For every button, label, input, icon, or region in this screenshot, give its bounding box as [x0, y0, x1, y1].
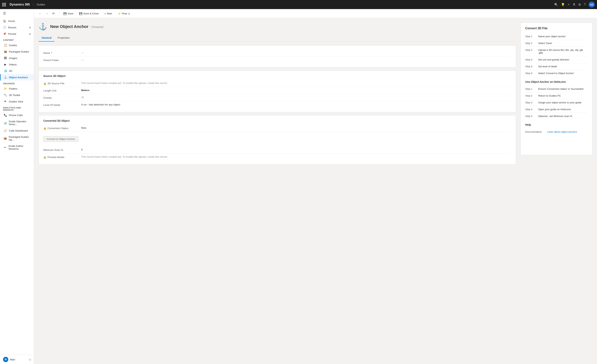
use-step-2: Step 2 Return to Guides PC [525, 92, 588, 99]
sidebar-item-guides-view[interactable]: 👁 Guides View [0, 98, 34, 105]
save-button[interactable]: 💾 Save [61, 11, 76, 16]
documentation-label: Documentation [525, 130, 544, 133]
guides-view-icon: 👁 [4, 100, 7, 103]
user-avatar[interactable]: GD [589, 1, 595, 8]
convert-step-4-label: Step 4 [525, 58, 535, 61]
converted-3d-card: Converted 3D Object 🔒 Conversion Status … [39, 115, 516, 164]
sidebar-item-3d-toolkit[interactable]: 🔧 3D Toolkit [0, 92, 34, 98]
sidebar-item-videos[interactable]: ▶ Videos [0, 61, 34, 68]
convert-step-2-label: Step 2 [525, 42, 535, 45]
convert-to-object-anchor-button[interactable]: Convert to Object Anchor [43, 136, 78, 142]
packaged-guides-op-icon: 📦 [4, 137, 7, 140]
level-of-detail-row: Level Of Detail 4 cm - fast detection fo… [43, 101, 511, 108]
min-scan-value[interactable]: 0 [81, 148, 511, 151]
use-step-3-label: Step 3 [525, 101, 535, 104]
side-panel: Convert 3D File Step 1 Name your object … [520, 23, 592, 155]
convert-step-6: Step 6 Select 'Convert to Object Anchor' [525, 70, 588, 76]
gravity-label: Gravity: [43, 96, 81, 99]
help-section: Help Documentation Learn about object an… [525, 123, 588, 135]
sidebar-item-folders[interactable]: 📁 Folders [0, 85, 34, 92]
chevron-down-icon: ∨ [29, 26, 31, 29]
back-button[interactable]: ← [37, 11, 43, 16]
use-step-4: Step 4 Open your guide on HoloLens [525, 106, 588, 113]
conversion-status-label: 🔒 Conversion Status [43, 126, 81, 130]
flow-button[interactable]: ⚡ Flow ∨ [115, 11, 133, 16]
convert-step-6-label: Step 6 [525, 72, 535, 75]
convert-step-5-label: Step 5 [525, 65, 535, 68]
3d-icon: 🧊 [4, 69, 7, 72]
gravity-row: Gravity: -Y [43, 94, 511, 101]
sidebar-item-guide-author-sessions[interactable]: ✏ Guide Author Sessions [0, 143, 34, 152]
lock-icon: 🔒 [43, 82, 46, 85]
convert-step-3: Step 3 Upload a 3D source file (.fbx .pl… [525, 47, 588, 56]
sidebar-item-phone-calls[interactable]: 📞 Phone Calls [0, 112, 34, 118]
use-steps-list: Step 1 Ensure 'Conversion status' is 'Su… [525, 86, 588, 120]
page-content: ⚓ New Object Anchor - Unsaved General Pr… [34, 18, 597, 364]
name-row: Name * --- [43, 49, 511, 56]
app-grid-icon[interactable] [2, 3, 6, 7]
use-step-4-desc: Open your guide on HoloLens [538, 108, 588, 111]
sidebar-item-recent[interactable]: 🕐 Recent ∨ [0, 24, 34, 31]
learn-about-object-anchors-link[interactable]: Learn about object anchors [547, 130, 577, 133]
toolbar: ← → ⟳ 💾 Save 💾 Save & Close + New ⚡ Flow… [34, 9, 597, 18]
sidebar-item-packaged-guides-op[interactable]: 📦 Packaged Guides Op... [0, 134, 34, 143]
basic-info-card: Name * --- Parent Folder --- [39, 45, 516, 68]
chevron-down-icon: ∨ [29, 32, 31, 35]
use-step-2-label: Step 2 [525, 94, 535, 97]
use-step-3-desc: Assign your object anchor to your guide [538, 101, 588, 104]
help-icon[interactable]: ? [584, 3, 586, 6]
convert-step-1: Step 1 Name your object anchor [525, 33, 588, 40]
sidebar-item-pinned[interactable]: 📌 Pinned ∨ [0, 31, 34, 37]
add-icon[interactable]: + [568, 3, 570, 6]
convert-step-1-desc: Name your object anchor [538, 35, 588, 38]
refresh-button[interactable]: ⟳ [51, 11, 56, 16]
author-sessions-icon: ✏ [4, 146, 7, 149]
new-icon: + [104, 12, 106, 15]
conversion-status-value: New [81, 126, 511, 129]
workspace-chevron-icon[interactable]: ◁ [29, 358, 31, 361]
tab-properties[interactable]: Properties [55, 34, 73, 42]
length-unit-value[interactable]: Meters [81, 89, 511, 92]
convert-btn-container: Convert to Object Anchor [43, 132, 511, 146]
forward-button[interactable]: → [44, 11, 50, 16]
search-icon[interactable]: 🔍 [554, 3, 558, 7]
preview-lock-icon: 🔒 [43, 156, 46, 159]
packaged-guides-icon: 📦 [4, 50, 7, 53]
filter-icon[interactable]: ⚗ [573, 3, 575, 7]
app-name: Dynamics 365 [10, 3, 30, 6]
parent-folder-row: Parent Folder --- [43, 56, 511, 63]
recent-icon: 🕐 [3, 26, 6, 29]
sidebar-item-home[interactable]: 🏠 Home [0, 18, 34, 24]
guides-icon: 📋 [4, 44, 7, 47]
page-anchor-icon: ⚓ [39, 23, 47, 31]
lightbulb-icon[interactable]: 💡 [561, 3, 565, 7]
use-on-hololens-title: Use Object Anchor on HoloLens [525, 80, 588, 83]
pin-icon: 📌 [3, 32, 6, 35]
converted-3d-title: Converted 3D Object [43, 119, 511, 122]
name-value[interactable]: --- [81, 51, 511, 54]
sidebar-toggle[interactable]: ☰ [0, 9, 34, 18]
convert-step-4-desc: Set unit and gravity direction [538, 58, 588, 61]
sidebar-item-images[interactable]: 🖼 Images [0, 55, 34, 61]
flow-chevron-icon: ∨ [128, 12, 130, 15]
sidebar-item-guide-operator-sessions[interactable]: 📊 Guide Operator Sessi... [0, 118, 34, 127]
preview-model-value: This record hasn't been created yet. To … [81, 155, 511, 158]
sidebar-item-3d[interactable]: 🧊 3D [0, 68, 34, 74]
settings-icon[interactable]: ⚙ [578, 3, 581, 7]
sidebar-item-packaged-guides[interactable]: 📦 Packaged Guides [0, 48, 34, 55]
conversion-status-row: 🔒 Conversion Status New [43, 125, 511, 132]
use-step-1: Step 1 Ensure 'Conversion status' is 'Su… [525, 86, 588, 92]
sidebar-item-calls-dashboard[interactable]: 📈 Calls Dashboard [0, 127, 34, 134]
save-close-button[interactable]: 💾 Save & Close [77, 11, 101, 16]
gravity-value[interactable]: -Y [81, 96, 511, 99]
help-title: Help [525, 123, 588, 126]
parent-folder-value: --- [81, 58, 511, 61]
new-button[interactable]: + New [102, 11, 114, 16]
sidebar-item-object-anchors[interactable]: ⚓ Object Anchors [0, 74, 34, 81]
sidebar-item-guides[interactable]: 📋 Guides [0, 42, 34, 48]
tab-general[interactable]: General [39, 34, 55, 42]
sidebar: ☰ 🏠 Home 🕐 Recent ∨ 📌 Pinned ∨ Content 📋 [0, 9, 34, 364]
analytics-section-label: Analytics and Insights [0, 105, 34, 112]
level-of-detail-value[interactable]: 4 cm - fast detection for any object [81, 103, 511, 106]
convert-3d-file-title: Convert 3D File [525, 27, 588, 30]
